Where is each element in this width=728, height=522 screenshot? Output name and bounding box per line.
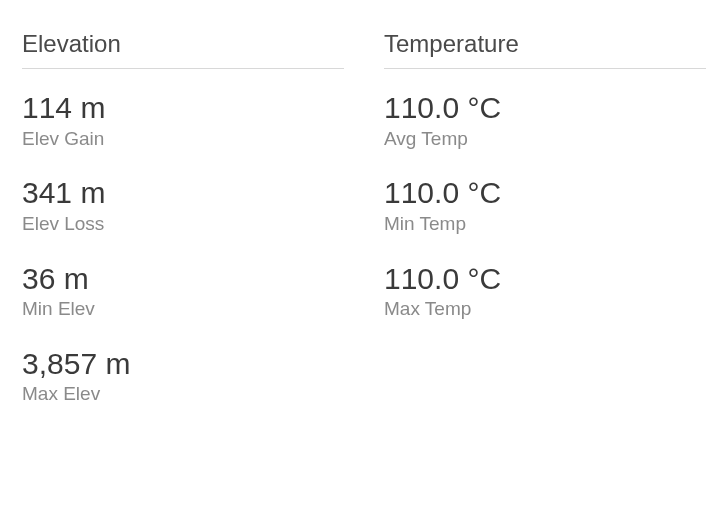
stat-min-elev: 36 m Min Elev <box>22 262 344 321</box>
temperature-header: Temperature <box>384 30 706 69</box>
stat-value: 341 m <box>22 176 344 211</box>
stat-max-temp: 110.0 °C Max Temp <box>384 262 706 321</box>
stat-value: 114 m <box>22 91 344 126</box>
elevation-header: Elevation <box>22 30 344 69</box>
stat-elev-gain: 114 m Elev Gain <box>22 91 344 150</box>
stat-value: 36 m <box>22 262 344 297</box>
stat-value: 110.0 °C <box>384 262 706 297</box>
stat-max-elev: 3,857 m Max Elev <box>22 347 344 406</box>
stat-label: Elev Loss <box>22 213 344 236</box>
stat-label: Min Elev <box>22 298 344 321</box>
stat-value: 110.0 °C <box>384 176 706 211</box>
stat-label: Max Elev <box>22 383 344 406</box>
stat-avg-temp: 110.0 °C Avg Temp <box>384 91 706 150</box>
stat-elev-loss: 341 m Elev Loss <box>22 176 344 235</box>
stat-label: Avg Temp <box>384 128 706 151</box>
elevation-column: Elevation 114 m Elev Gain 341 m Elev Los… <box>22 30 344 432</box>
stat-label: Max Temp <box>384 298 706 321</box>
stats-columns: Elevation 114 m Elev Gain 341 m Elev Los… <box>22 30 706 432</box>
stat-label: Elev Gain <box>22 128 344 151</box>
stat-value: 110.0 °C <box>384 91 706 126</box>
stat-min-temp: 110.0 °C Min Temp <box>384 176 706 235</box>
temperature-column: Temperature 110.0 °C Avg Temp 110.0 °C M… <box>384 30 706 432</box>
stat-value: 3,857 m <box>22 347 344 382</box>
stat-label: Min Temp <box>384 213 706 236</box>
